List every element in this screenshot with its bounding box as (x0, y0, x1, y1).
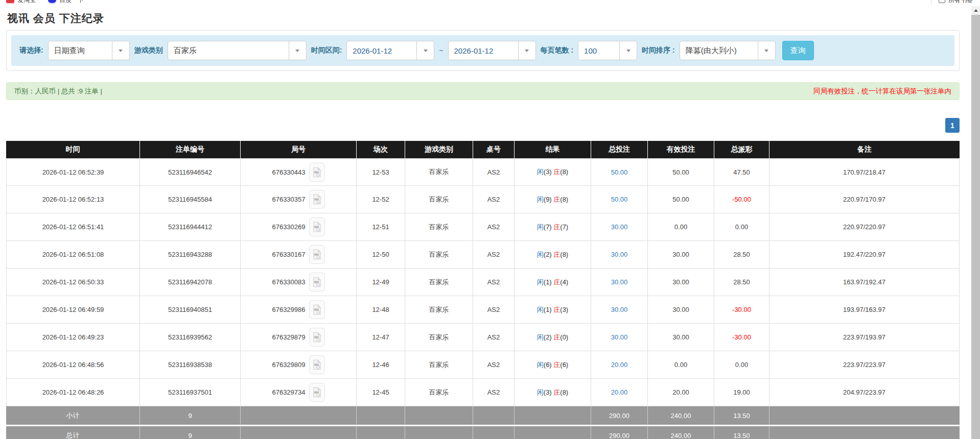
result-player-label: 闲 (537, 306, 544, 313)
cell-game-type: 百家乐 (405, 213, 473, 241)
total-row-cell-6 (515, 426, 591, 439)
cell-total-bet: 20.00 (591, 379, 648, 406)
result-banker-score: (8) (560, 388, 568, 396)
total-bet-link[interactable]: 50.00 (611, 168, 628, 176)
cell-time: 2026-01-12 06:52:39 (6, 158, 140, 186)
video-replay-button[interactable] (309, 217, 325, 236)
cell-game-type: 百家乐 (405, 351, 473, 379)
sort-dropdown[interactable]: 降冪(由大到小) (680, 41, 776, 60)
cell-table-no: AS2 (473, 213, 515, 241)
cell-total-bet: 30.00 (591, 324, 648, 351)
chevron-down-icon (112, 41, 129, 60)
cell-bet-id: 523116943288 (140, 241, 241, 269)
total-bet-link[interactable]: 30.00 (611, 306, 628, 313)
game-type-label: 游戏类别 (134, 46, 163, 55)
video-replay-button[interactable] (309, 190, 325, 209)
bookmark-label: 爱淘宝 (17, 0, 36, 5)
cell-bet-id: 523116938538 (140, 351, 241, 379)
result-player-label: 闲 (537, 361, 544, 369)
cell-time: 2026-01-12 06:50:33 (6, 269, 140, 296)
table-row: 2026-01-12 06:49:23523116939562676329879… (6, 324, 960, 351)
cell-round-id: 676329809 (241, 351, 357, 379)
cell-payout: -50.00 (714, 186, 769, 213)
chevron-down-icon (758, 41, 775, 60)
video-replay-button[interactable] (309, 245, 325, 264)
video-replay-button[interactable] (309, 163, 325, 182)
total-bet-link[interactable]: 30.00 (611, 223, 628, 231)
column-header-6: 结果 (515, 141, 591, 158)
cell-valid-bet: 30.00 (648, 324, 714, 351)
cell-valid-bet: 0.00 (648, 213, 714, 241)
result-banker-score: (6) (560, 361, 568, 369)
cell-total-bet: 30.00 (591, 269, 648, 296)
subtotal-row-cell-9: 13.50 (714, 406, 769, 425)
cell-result: 闲(3) 庄(8) (515, 158, 591, 186)
cell-table-no: AS2 (473, 241, 515, 269)
total-bet-link[interactable]: 30.00 (611, 251, 628, 258)
table-row: 2026-01-12 06:51:08523116943288676330167… (6, 241, 960, 269)
result-player-score: (3) (544, 388, 554, 396)
result-banker-label: 庄 (553, 251, 560, 258)
chevron-down-icon (416, 41, 434, 60)
date-to-value: 2026-01-12 (449, 46, 518, 55)
video-replay-button[interactable] (309, 355, 325, 374)
total-row-cell-9: 13.50 (714, 426, 769, 439)
video-replay-button[interactable] (309, 328, 325, 347)
game-type-dropdown[interactable]: 百家乐 (168, 41, 307, 60)
video-replay-button[interactable] (309, 273, 325, 291)
table-header: 时间注单编号局号场次游戏类别桌号结果总投注有效投注总派彩备注 (6, 141, 960, 158)
cell-remark: 163.97/192.47 (769, 269, 960, 296)
subtotal-row: 小计9290.00240.0013.50 (6, 406, 960, 425)
subtotal-row-cell-6 (515, 406, 591, 425)
scrollbar-thumb[interactable] (971, 15, 980, 439)
total-bet-link[interactable]: 50.00 (611, 196, 628, 203)
cell-result: 闲(1) 庄(4) (515, 269, 591, 296)
subtotal-row-cell-7: 290.00 (591, 406, 648, 425)
cell-game-type: 百家乐 (405, 158, 473, 186)
cell-session: 12-48 (357, 296, 405, 324)
payout-value: 28.50 (733, 278, 750, 286)
bookmark-item-taobao[interactable]: 爱淘宝 (6, 0, 36, 5)
total-row-cell-2 (241, 426, 357, 439)
query-button[interactable]: 查询 (782, 41, 814, 60)
page-size-label: 每页笔数 : (541, 46, 574, 55)
cell-payout: 28.50 (714, 241, 769, 269)
cell-remark: 220.97/220.97 (769, 213, 960, 241)
cell-session: 12-50 (357, 241, 405, 269)
result-banker-score: (0) (560, 333, 568, 341)
total-bet-link[interactable]: 20.00 (611, 388, 628, 396)
cell-valid-bet: 50.00 (648, 186, 714, 213)
cell-valid-bet: 30.00 (648, 241, 714, 269)
payout-value: -30.00 (732, 306, 751, 313)
video-replay-button[interactable] (309, 300, 325, 319)
result-player-score: (3) (544, 168, 554, 176)
cell-session: 12-51 (357, 213, 405, 241)
result-player-label: 闲 (537, 196, 544, 203)
page-size-dropdown[interactable]: 100 (578, 41, 637, 60)
cell-total-bet: 50.00 (591, 158, 648, 186)
total-bet-link[interactable]: 30.00 (611, 333, 628, 341)
scrollbar-up-button[interactable] (971, 6, 980, 15)
page-button-1[interactable]: 1 (945, 118, 960, 133)
total-bet-link[interactable]: 20.00 (611, 361, 628, 369)
cell-total-bet: 50.00 (591, 186, 648, 213)
all-bookmarks-button[interactable]: 所有书签 (931, 0, 973, 5)
cell-payout: 28.50 (714, 269, 769, 296)
bet-records-table: 时间注单编号局号场次游戏类别桌号结果总投注有效投注总派彩备注 2026-01-1… (6, 141, 960, 439)
cell-round-id: 676329986 (241, 296, 357, 324)
column-header-4: 游戏类别 (405, 141, 473, 158)
bookmark-item-baidu[interactable]: 百度一下 (48, 0, 84, 5)
video-replay-button[interactable] (309, 383, 325, 402)
payout-value: 19.00 (733, 388, 750, 396)
date-to-dropdown[interactable]: 2026-01-12 (448, 41, 536, 60)
query-type-dropdown[interactable]: 日期查询 (48, 41, 130, 60)
subtotal-row-cell-5 (473, 406, 515, 425)
date-from-dropdown[interactable]: 2026-01-12 (346, 41, 434, 60)
total-bet-link[interactable]: 30.00 (611, 278, 628, 286)
cell-valid-bet: 20.00 (648, 379, 714, 406)
cell-session: 12-46 (357, 351, 405, 379)
cell-remark: 192.47/220.97 (769, 241, 960, 269)
cell-table-no: AS2 (473, 186, 515, 213)
result-player-score: (6) (544, 361, 554, 369)
column-header-10: 备注 (769, 141, 960, 158)
